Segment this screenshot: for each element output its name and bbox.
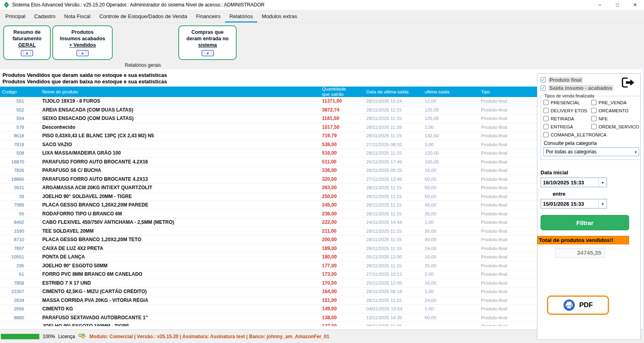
column-header-codigo[interactable]: Codigo: [0, 89, 40, 95]
table-row[interactable]: 554SEIXO ENSACADO (COM DUAS LATAS)1181,5…: [0, 114, 537, 123]
checkbox-box[interactable]: [591, 108, 597, 113]
cell-data-ultima-saida: 28/11/2025 11:15: [364, 185, 423, 190]
checkbox-comanda-eletronica[interactable]: COMANDA_ELETRONICA: [543, 132, 590, 137]
cell-ultima-saida: 24,00: [423, 246, 479, 251]
checkbox-box[interactable]: [543, 124, 549, 129]
cell-tipo: Produto-final: [479, 254, 537, 259]
table-row[interactable]: 508LIXA MASSA/MADEIRA GRÃO 100516,0028/1…: [0, 149, 537, 158]
cell-nome-produto: AREIA ENSACADA (COM DUAS LATAS): [40, 107, 320, 113]
checkbox-box[interactable]: [591, 100, 597, 105]
close-button[interactable]: ✕: [626, 0, 644, 10]
table-row[interactable]: 7989PLACA GESSO BRANCO 1,20X2,20M PAREDE…: [0, 201, 537, 210]
checkbox-box[interactable]: [591, 116, 597, 121]
table-row[interactable]: 7897CAIXA DE LUZ 4X2 PRETA189,0028/11/20…: [0, 244, 537, 253]
cell-quantidade: 263,00: [320, 185, 364, 190]
cell-codigo: 8492: [0, 220, 40, 225]
menu-item-nota-fiscal[interactable]: Nota Fiscal: [60, 10, 95, 23]
toolbar-button-label: GERAL: [18, 42, 36, 48]
end-date-input[interactable]: 15/01/2026 15:33 ▾: [541, 199, 607, 209]
table-row[interactable]: 578Desconhecido1017,5028/11/2025 11:281,…: [0, 123, 537, 132]
cell-tipo: Produto-final: [479, 159, 537, 164]
cell-quantidade: 180,00: [320, 254, 364, 260]
app-icon: [3, 2, 10, 8]
checkbox-box[interactable]: ✓: [541, 85, 546, 91]
column-header-data-da-ultima-saida[interactable]: Data da ultima saida: [364, 89, 423, 95]
menu-item-financeiro[interactable]: Financeiro: [192, 10, 225, 23]
cell-data-ultima-saida: 27/11/2025 08:32: [364, 142, 423, 147]
table-row[interactable]: 1590TEE SOLDAVEL 20MM211,0028/11/2025 11…: [0, 227, 537, 236]
produtos-insumos-vendidos-button[interactable]: ProdutosInsumos acabados+ Vendidos ★: [52, 25, 113, 60]
table-row[interactable]: 2634MASSA CORRIDA PVA 20KG - VITÓRIA RÉG…: [0, 296, 537, 305]
checkbox-delivery-etos[interactable]: DELIVERY ETOS: [543, 108, 590, 113]
table-row[interactable]: 552AREIA ENSACADA (COM DUAS LATAS)3872,7…: [0, 106, 537, 115]
checkbox-orcamento[interactable]: ORCAMENTO: [591, 108, 639, 113]
checkbox-presencial[interactable]: PRESENCIAL: [543, 100, 590, 105]
calendar-dropdown-icon[interactable]: ▾: [599, 199, 607, 208]
category-select[interactable]: Por todas as categorias ▾: [543, 147, 639, 156]
total-products-value[interactable]: 34745,35: [555, 248, 605, 258]
table-row[interactable]: 61FORRO PVC 8MM BRANCO 6M CANELADO173,00…: [0, 270, 537, 279]
cell-data-ultima-saida: 28/11/2025 11:15: [364, 116, 423, 121]
table-row[interactable]: 8492CABO FLEXIVEL 450/750V ANTICHAMA - 2…: [0, 218, 537, 227]
calendar-dropdown-icon[interactable]: ▾: [599, 178, 607, 187]
column-header-quantidade-que-sair-o[interactable]: Quantidade que sairão: [320, 87, 364, 97]
filtrar-button[interactable]: Filtrar: [541, 215, 629, 230]
table-row[interactable]: 18866PARAFUSO FORRO AUTO BROCANTE 4.2X13…: [0, 175, 537, 184]
svg-text:★: ★: [81, 51, 85, 56]
compras-entrada-sistema-button[interactable]: Compras quederam entrada nosistema ★: [178, 25, 237, 60]
table-row[interactable]: 22357CIMENTO 42,5KG - MIZU (CARTÃO CRÉDI…: [0, 287, 537, 296]
menu-item-principal[interactable]: Principal: [1, 10, 30, 23]
cell-tipo: Produto-final: [479, 185, 537, 190]
table-row[interactable]: 8618PISO 0,43X0,43 LE BLANC 13PÇ (CX 2,4…: [0, 132, 537, 141]
checkbox-box[interactable]: [543, 116, 549, 121]
menu-item-controle-de-estoque-dados-de-venda[interactable]: Controle de Estoque/Dados de Venda: [95, 10, 192, 23]
checkbox-nfe[interactable]: NFE: [591, 116, 639, 121]
checkbox-label: RETIRADA: [551, 116, 574, 121]
checkbox-box[interactable]: [543, 100, 549, 105]
table-row[interactable]: 10551PONTA DE LANÇA180,0005/11/2025 12:0…: [0, 253, 537, 262]
cell-ultima-saida: 49,00: [423, 202, 479, 207]
column-header-nome-do-produto[interactable]: Nome do produto: [40, 89, 320, 95]
column-header-tipo[interactable]: Tipo: [479, 89, 537, 95]
menu-item-cadastro[interactable]: Cadastro: [30, 10, 60, 23]
table-row[interactable]: 7858ESTRIBO 7 X 17 UND170,0025/11/2025 1…: [0, 279, 537, 288]
checkbox-retirada[interactable]: RETIRADA: [543, 116, 590, 121]
table-row[interactable]: 18870PARAFUSO FORRO AUTO BROCANTE 4.2X16…: [0, 158, 537, 167]
title-bar: Sistema Etos Advanced Versão.: v25.15.20…: [0, 0, 644, 10]
checkbox-label: Produto final: [548, 77, 583, 83]
keys-icon: [78, 333, 86, 339]
table-row[interactable]: 2656CIMENTO KG149,0004/01/2026 19:541,00…: [0, 305, 537, 314]
exit-icon[interactable]: [621, 77, 636, 88]
table-row[interactable]: 8880PARAFUSO SEXTAVADO AUTOBROCANTE 1"13…: [0, 314, 537, 322]
checkbox-box[interactable]: [591, 124, 597, 129]
checkbox-box[interactable]: [543, 132, 549, 137]
checkbox-box[interactable]: [543, 108, 549, 113]
table-row[interactable]: 8710PLACA GESSO BRANCO 1,20X2,20M TETO20…: [0, 236, 537, 244]
checkbox-label: PRESENCIAL: [551, 100, 580, 105]
table-row[interactable]: 7826PARAFUSO S6 C/ BUCHA336,0028/11/2025…: [0, 166, 537, 175]
checkbox-pre-venda[interactable]: PRE_VENDA: [591, 100, 639, 105]
table-row[interactable]: 65RODAFORRO TIPO U BRANCO 6M236,0028/11/…: [0, 210, 537, 219]
table-row[interactable]: 295JOELHO 90° ESGOTO 50MM177,0028/11/202…: [0, 262, 537, 271]
minimize-button[interactable]: –: [591, 0, 609, 10]
cell-codigo: 18870: [0, 159, 40, 164]
maximize-button[interactable]: □: [609, 0, 626, 10]
checkbox-ordem-servico[interactable]: ORDEM_SERVICO: [591, 124, 639, 129]
menu-item-relat-rios[interactable]: Relatórios: [225, 10, 258, 23]
cell-codigo: 61: [0, 272, 40, 277]
cell-codigo: 7858: [0, 281, 40, 285]
column-header-ultima-saida[interactable]: ultima saida: [423, 89, 479, 95]
resumo-faturamento-geral-button[interactable]: Resumo defaturamentoGERAL ★: [3, 25, 51, 60]
table-row[interactable]: 7818SACO VAZIO538,0027/11/2025 08:323,00…: [0, 141, 537, 149]
checkbox-box[interactable]: ✓: [541, 77, 546, 83]
cell-codigo: 7989: [0, 202, 40, 207]
menu-item-modulos-extras[interactable]: Modulos extras: [257, 10, 301, 23]
table-row[interactable]: 2631ARGAMASSA ACIII 20KG INT/EXT QUARTZO…: [0, 184, 537, 192]
table-row[interactable]: 39JOELHO 90° SOLDAVEL 20MM - TIGRE250,00…: [0, 192, 537, 201]
cell-nome-produto: TIJOLO 19X19 - 8 FUROS: [40, 98, 320, 104]
table-row[interactable]: JOELHO 90° ESGOTO 100MM - TIGRE137,0028/…: [0, 322, 537, 326]
pdf-button[interactable]: PDF: [547, 295, 609, 315]
checkbox-entrega[interactable]: ENTREGA: [543, 124, 590, 129]
start-date-input[interactable]: 16/10/2025 15:33 ▾: [541, 178, 607, 187]
table-row[interactable]: 551TIJOLO 19X19 - 8 FUROS11371,0028/11/2…: [0, 97, 537, 106]
